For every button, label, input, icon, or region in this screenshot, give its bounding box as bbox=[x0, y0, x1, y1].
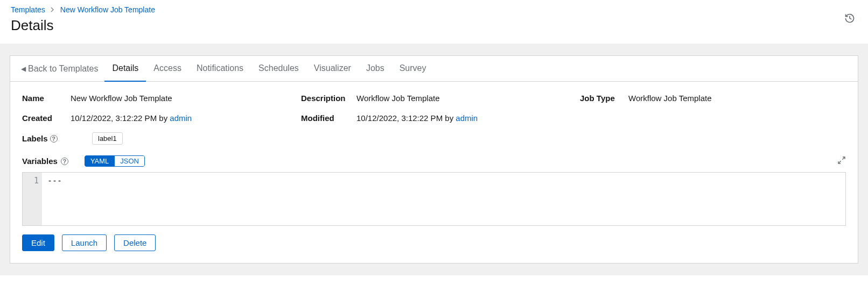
tab-visualizer[interactable]: Visualizer bbox=[306, 56, 359, 82]
json-toggle[interactable]: JSON bbox=[114, 155, 145, 167]
tab-jobs[interactable]: Jobs bbox=[359, 56, 392, 82]
back-link-label: Back to Templates bbox=[28, 64, 98, 74]
modified-value: 10/12/2022, 3:12:22 PM by admin bbox=[356, 113, 478, 123]
modified-label: Modified bbox=[301, 113, 356, 123]
variables-label-text: Variables bbox=[22, 156, 58, 166]
variables-label: Variables ? bbox=[22, 156, 68, 166]
help-icon[interactable]: ? bbox=[50, 135, 58, 143]
created-user-link[interactable]: admin bbox=[170, 113, 192, 123]
tab-survey[interactable]: Survey bbox=[392, 56, 434, 82]
code-editor[interactable]: 1 --- bbox=[22, 172, 846, 226]
code-gutter: 1 bbox=[23, 173, 42, 225]
job-type-label: Job Type bbox=[580, 94, 628, 103]
breadcrumb: Templates New Workflow Job Template bbox=[11, 5, 857, 14]
created-label: Created bbox=[22, 113, 71, 123]
job-type-value: Workflow Job Template bbox=[628, 94, 712, 103]
code-content: --- bbox=[42, 173, 845, 225]
caret-left-icon: ◀ bbox=[21, 65, 26, 73]
delete-button[interactable]: Delete bbox=[114, 234, 156, 251]
created-value: 10/12/2022, 3:12:22 PM by admin bbox=[71, 113, 192, 123]
chevron-right-icon bbox=[51, 5, 55, 14]
description-value: Workflow Job Template bbox=[356, 94, 440, 103]
format-toggle: YAML JSON bbox=[85, 155, 145, 167]
svg-line-1 bbox=[838, 161, 841, 163]
expand-icon[interactable] bbox=[837, 156, 846, 166]
created-date: 10/12/2022, 3:12:22 PM by bbox=[71, 113, 170, 123]
back-to-templates-link[interactable]: ◀ Back to Templates bbox=[21, 56, 104, 81]
breadcrumb-current-link[interactable]: New Workflow Job Template bbox=[60, 5, 155, 14]
label-chip: label1 bbox=[92, 132, 123, 145]
tab-schedules[interactable]: Schedules bbox=[251, 56, 306, 82]
tab-access[interactable]: Access bbox=[146, 56, 189, 82]
svg-line-0 bbox=[842, 157, 845, 160]
labels-label-text: Labels bbox=[22, 134, 48, 143]
breadcrumb-templates-link[interactable]: Templates bbox=[11, 5, 45, 14]
details-card: ◀ Back to Templates Details Access Notif… bbox=[10, 55, 858, 263]
edit-button[interactable]: Edit bbox=[22, 234, 54, 251]
tab-bar: ◀ Back to Templates Details Access Notif… bbox=[10, 56, 858, 82]
launch-button[interactable]: Launch bbox=[62, 234, 107, 251]
history-icon[interactable] bbox=[844, 13, 855, 25]
modified-date: 10/12/2022, 3:12:22 PM by bbox=[356, 113, 456, 123]
labels-label: Labels ? bbox=[22, 134, 71, 143]
help-icon[interactable]: ? bbox=[61, 158, 68, 165]
tab-notifications[interactable]: Notifications bbox=[189, 56, 251, 82]
page-title: Details bbox=[11, 17, 857, 34]
modified-user-link[interactable]: admin bbox=[456, 113, 478, 123]
yaml-toggle[interactable]: YAML bbox=[85, 155, 115, 167]
tab-details[interactable]: Details bbox=[104, 56, 146, 82]
name-value: New Workflow Job Template bbox=[71, 94, 172, 103]
description-label: Description bbox=[301, 94, 356, 103]
name-label: Name bbox=[22, 94, 71, 103]
